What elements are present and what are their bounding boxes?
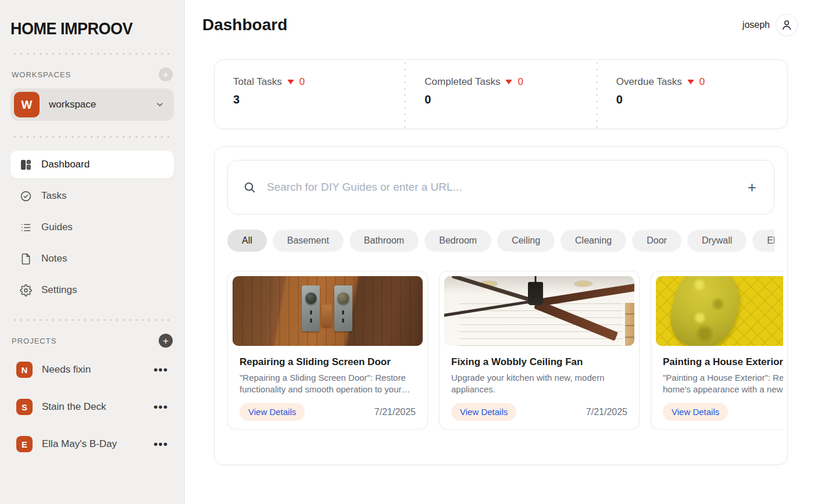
add-guide-button[interactable]: + bbox=[748, 180, 756, 195]
stat-label: Completed Tasks bbox=[424, 76, 500, 88]
person-icon bbox=[780, 19, 793, 31]
search-input[interactable] bbox=[267, 181, 748, 194]
guide-card-image-ceiling-fan bbox=[444, 276, 634, 346]
sidebar-item-label: Settings bbox=[41, 284, 77, 296]
guides-panel: + All Basement Bathroom Bedroom Ceiling … bbox=[214, 146, 788, 465]
chevron-down-icon bbox=[155, 100, 165, 109]
project-avatar: N bbox=[16, 362, 33, 378]
dashboard-icon bbox=[20, 159, 32, 171]
guide-description: "Repairing a Sliding Screen Door": Resto… bbox=[240, 372, 416, 395]
stat-total-tasks: Total Tasks 0 3 bbox=[215, 60, 404, 128]
guide-card-image-paint-roller bbox=[656, 276, 783, 346]
project-avatar: S bbox=[16, 399, 33, 415]
user-name: joseph bbox=[742, 20, 770, 30]
filter-chips: All Basement Bathroom Bedroom Ceiling Cl… bbox=[227, 230, 774, 252]
filter-chip-basement[interactable]: Basement bbox=[273, 230, 344, 252]
sidebar-item-label: Dashboard bbox=[41, 159, 90, 170]
guide-title: Fixing a Wobbly Ceiling Fan bbox=[451, 356, 627, 368]
divider bbox=[12, 53, 173, 55]
sidebar-nav: Dashboard Tasks Guides Notes Settings bbox=[10, 151, 174, 304]
stat-badge: 0 bbox=[699, 76, 705, 88]
workspaces-label: WORKSPACES bbox=[12, 70, 71, 79]
view-details-button[interactable]: View Details bbox=[663, 403, 728, 421]
stats-card: Total Tasks 0 3 Completed Tasks 0 0 Over… bbox=[214, 59, 788, 129]
project-menu-icon[interactable]: ••• bbox=[153, 367, 168, 372]
search-icon bbox=[243, 181, 256, 194]
add-project-button[interactable]: + bbox=[159, 334, 173, 348]
stat-overdue-tasks: Overdue Tasks 0 0 bbox=[598, 60, 787, 128]
guide-card-house-exterior: Painting a House Exterior "Painting a Ho… bbox=[651, 271, 783, 430]
workspace-avatar: W bbox=[14, 92, 40, 117]
list-icon bbox=[20, 221, 32, 234]
project-name: Stain the Deck bbox=[42, 401, 144, 413]
stat-completed-tasks: Completed Tasks 0 0 bbox=[406, 60, 595, 128]
guide-date: 7/21/2025 bbox=[586, 407, 627, 417]
filter-chip-ceiling[interactable]: Ceiling bbox=[497, 230, 555, 252]
gear-icon bbox=[20, 284, 32, 296]
stat-value: 0 bbox=[424, 93, 595, 106]
guide-title: Repairing a Sliding Screen Door bbox=[240, 356, 416, 368]
stat-badge: 0 bbox=[517, 76, 523, 88]
stat-value: 0 bbox=[616, 93, 787, 106]
triangle-down-icon bbox=[505, 80, 512, 84]
document-icon bbox=[20, 253, 32, 265]
filter-chip-electrical[interactable]: Electrical bbox=[752, 230, 774, 252]
guide-title: Painting a House Exterior bbox=[663, 356, 783, 368]
sidebar: HOME IMPROOV WORKSPACES + W workspace Da… bbox=[0, 0, 185, 504]
guide-description: "Painting a House Exterior": Refresh you… bbox=[663, 372, 783, 395]
divider bbox=[12, 319, 173, 321]
search-box: + bbox=[227, 160, 774, 215]
add-workspace-button[interactable]: + bbox=[159, 67, 173, 81]
project-name: Needs fixin bbox=[42, 364, 144, 376]
triangle-down-icon bbox=[687, 80, 694, 84]
stat-value: 3 bbox=[233, 93, 404, 106]
project-avatar: E bbox=[16, 436, 33, 452]
view-details-button[interactable]: View Details bbox=[240, 403, 305, 421]
triangle-down-icon bbox=[287, 80, 294, 84]
project-menu-icon[interactable]: ••• bbox=[153, 442, 168, 446]
guide-card-image-door-knobs bbox=[233, 276, 423, 346]
workspace-selector[interactable]: W workspace bbox=[10, 88, 174, 121]
sidebar-item-dashboard[interactable]: Dashboard bbox=[10, 151, 174, 178]
filter-chip-drywall[interactable]: Drywall bbox=[687, 230, 747, 252]
guide-description: Upgrade your kitchen with new, modern ap… bbox=[451, 372, 627, 395]
guide-card-screen-door: Repairing a Sliding Screen Door "Repairi… bbox=[227, 271, 428, 430]
filter-chip-bedroom[interactable]: Bedroom bbox=[424, 230, 491, 252]
sidebar-item-notes[interactable]: Notes bbox=[10, 245, 174, 273]
project-item-ella-mays-bday[interactable]: E Ella May's B-Day ••• bbox=[12, 430, 173, 458]
project-item-stain-the-deck[interactable]: S Stain the Deck ••• bbox=[12, 393, 173, 421]
user-avatar-button[interactable] bbox=[776, 14, 798, 36]
workspace-name: workspace bbox=[49, 99, 155, 110]
sidebar-item-label: Notes bbox=[41, 253, 67, 264]
filter-chip-bathroom[interactable]: Bathroom bbox=[349, 230, 419, 252]
project-menu-icon[interactable]: ••• bbox=[153, 405, 168, 409]
project-item-needs-fixin[interactable]: N Needs fixin ••• bbox=[12, 356, 173, 384]
app-logo: HOME IMPROOV bbox=[10, 19, 174, 39]
user-chip: joseph bbox=[742, 14, 798, 36]
stat-badge: 0 bbox=[299, 76, 305, 88]
main-area: Dashboard joseph Total Tasks 0 3 Complet bbox=[185, 0, 814, 504]
project-name: Ella May's B-Day bbox=[42, 438, 144, 450]
guide-card-ceiling-fan: Fixing a Wobbly Ceiling Fan Upgrade your… bbox=[439, 271, 640, 430]
guide-cards: Repairing a Sliding Screen Door "Repairi… bbox=[227, 271, 783, 430]
filter-chip-door[interactable]: Door bbox=[632, 230, 681, 252]
guide-date: 7/21/2025 bbox=[374, 407, 416, 417]
view-details-button[interactable]: View Details bbox=[451, 403, 516, 421]
filter-chip-cleaning[interactable]: Cleaning bbox=[560, 230, 626, 252]
sidebar-item-tasks[interactable]: Tasks bbox=[10, 182, 174, 210]
page-title: Dashboard bbox=[202, 16, 287, 34]
check-circle-icon bbox=[20, 190, 32, 202]
sidebar-item-settings[interactable]: Settings bbox=[10, 276, 174, 304]
stat-label: Overdue Tasks bbox=[616, 76, 682, 88]
projects-label: PROJECTS bbox=[12, 337, 56, 345]
projects-list: N Needs fixin ••• S Stain the Deck ••• E… bbox=[10, 356, 174, 458]
filter-chip-all[interactable]: All bbox=[227, 230, 267, 252]
sidebar-item-guides[interactable]: Guides bbox=[10, 213, 174, 241]
sidebar-item-label: Tasks bbox=[41, 190, 66, 202]
divider bbox=[12, 136, 173, 138]
stat-label: Total Tasks bbox=[233, 76, 282, 88]
sidebar-item-label: Guides bbox=[41, 221, 73, 233]
